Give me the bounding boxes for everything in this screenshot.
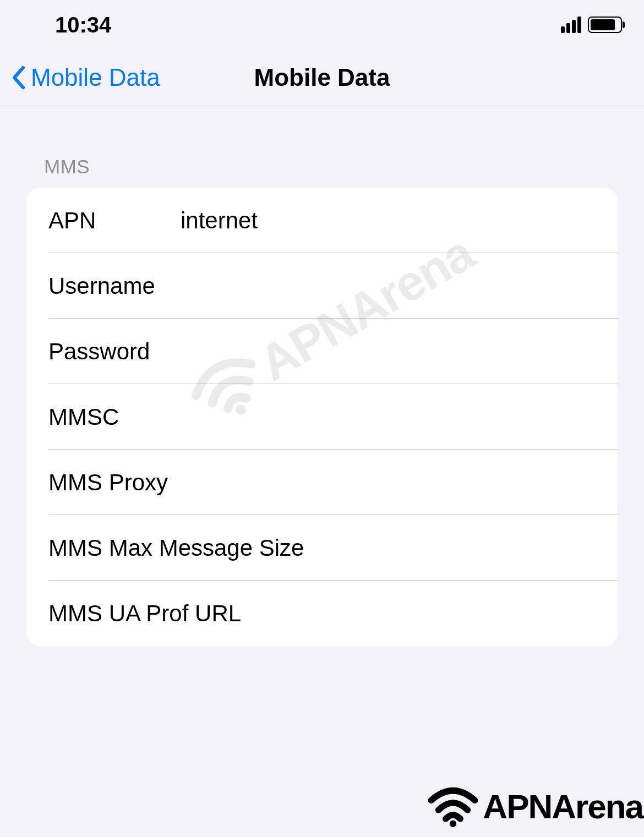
status-bar: 10:34 — [0, 0, 644, 50]
apn-input[interactable] — [181, 207, 618, 234]
password-input[interactable] — [181, 338, 618, 365]
mms-max-size-row[interactable]: MMS Max Message Size — [26, 515, 618, 581]
mms-proxy-row[interactable]: MMS Proxy — [26, 450, 618, 515]
back-button[interactable]: Mobile Data — [0, 64, 160, 91]
username-label: Username — [48, 273, 181, 299]
username-row[interactable]: Username — [26, 253, 618, 319]
mmsc-row[interactable]: MMSC — [26, 384, 618, 450]
apn-row[interactable]: APN — [26, 188, 618, 253]
apn-label: APN — [48, 207, 181, 234]
back-label: Mobile Data — [31, 64, 160, 91]
navigation-bar: Mobile Data Mobile Data — [0, 50, 644, 106]
footer-text: APNArena — [483, 787, 643, 826]
footer-logo: APNArena — [428, 786, 643, 827]
section-header-mms: MMS — [44, 156, 618, 178]
svg-point-1 — [450, 820, 456, 827]
mms-ua-prof-row[interactable]: MMS UA Prof URL — [26, 581, 618, 646]
password-label: Password — [48, 338, 181, 365]
status-indicators — [561, 17, 622, 33]
cellular-signal-icon — [561, 17, 581, 33]
mms-settings-group: APN Username Password MMSC MMS Proxy MMS… — [26, 188, 618, 646]
password-row[interactable]: Password — [26, 319, 618, 384]
battery-icon — [588, 17, 622, 33]
username-input[interactable] — [181, 273, 618, 299]
status-time: 10:34 — [55, 13, 111, 37]
wifi-icon — [428, 786, 478, 827]
mms-proxy-label: MMS Proxy — [48, 469, 618, 496]
mms-max-size-label: MMS Max Message Size — [48, 535, 618, 561]
mmsc-label: MMSC — [48, 404, 181, 430]
mmsc-input[interactable] — [181, 404, 618, 430]
page-title: Mobile Data — [254, 64, 390, 91]
chevron-left-icon — [11, 65, 25, 90]
mms-ua-prof-label: MMS UA Prof URL — [48, 600, 618, 627]
